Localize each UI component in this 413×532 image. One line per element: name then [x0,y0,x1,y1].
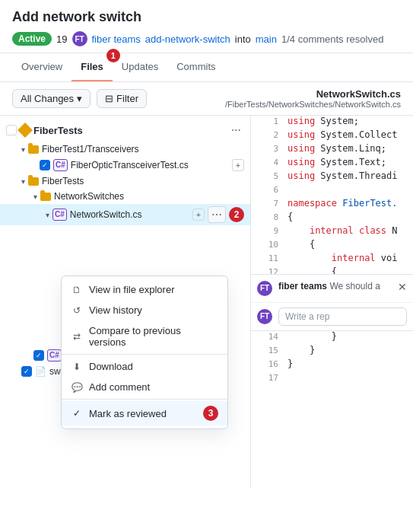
file-path: /FiberTests/NetworkSwitches/NetworkSwitc… [225,100,401,109]
menu-item-file-explorer[interactable]: 🗋 View in file explorer [62,279,227,300]
comment-section: FT fiber teams We should a ✕ FT Write a … [251,274,413,330]
download-icon: ⬇ [71,362,83,372]
toolbar: All Changes ▾ ⊟ Filter NetworkSwitch.cs … [0,82,413,116]
add-button[interactable]: + [232,159,244,171]
chevron-icon: ▾ [21,177,25,186]
menu-item-add-comment[interactable]: 💬 Add comment [62,377,227,397]
chevron-icon: ▾ [21,145,25,154]
context-menu: 🗋 View in file explorer ↺ View history ⇄… [61,276,228,429]
item-label: FiberTest1/Transceivers [42,144,244,155]
filter-icon: ⊟ [105,93,113,104]
comment-header: FT fiber teams We should a ✕ [251,275,413,302]
csharp-icon: C# [47,349,62,362]
reply-box: FT Write a rep [251,302,413,330]
file-checkbox[interactable] [40,160,50,170]
reply-input[interactable]: Write a rep [278,307,407,326]
divider [62,354,227,355]
folder-icon [40,193,51,201]
code-line: 9 internal class N [251,225,413,239]
add-button[interactable]: + [192,209,205,221]
chevron-icon: ▾ [46,211,49,219]
root-more-button[interactable]: ··· [228,122,244,139]
item-label: FiberTests [42,176,244,186]
file-explorer-icon: 🗋 [71,285,83,295]
file-checkbox[interactable] [33,350,44,361]
tab-commits[interactable]: Commits [167,53,224,81]
list-item[interactable]: C# FiberOpticTransceiverTest.cs + [0,157,250,174]
tab-files[interactable]: Files 1 [71,53,113,81]
code-line: 17 [251,372,413,386]
badge-3: 3 [203,406,218,421]
reply-avatar: FT [257,309,272,324]
code-line: 14 } [251,331,413,345]
code-line: 8{ [251,212,413,225]
header: Add network switch Active 19 FT fiber te… [0,0,413,53]
file-tree: FiberTests ··· ▾ FiberTest1/Transceivers… [0,116,251,489]
comment-icon: 💬 [71,382,83,393]
tab-updates[interactable]: Updates [113,53,167,81]
close-icon[interactable]: ✕ [398,281,407,293]
list-item[interactable]: ▾ FiberTest1/Transceivers [0,142,250,157]
file-checkbox[interactable] [21,366,32,377]
meta-row: Active 19 FT fiber teams add-network-swi… [12,31,401,46]
list-item[interactable]: ▾ C# NetworkSwitch.cs + ⋯ 2 [0,204,250,225]
menu-item-mark-reviewed[interactable]: ✓ Mark as reviewed 3 [62,401,227,425]
code-area-bottom[interactable]: 14 } 15 } 16} 17 [251,330,413,489]
compare-icon: ⇄ [71,331,83,342]
target-link[interactable]: main [256,33,277,45]
file-name: NetworkSwitch.cs [225,88,401,100]
commit-count: 19 [56,33,67,45]
more-dots-button[interactable]: ⋯ [208,206,226,223]
item-label: FiberOpticTransceiverTest.cs [71,160,229,170]
file-icon: 📄 [35,366,46,377]
menu-item-history[interactable]: ↺ View history [62,300,227,320]
list-item[interactable]: ▾ NetworkSwitches [0,189,250,204]
filter-button[interactable]: ⊟ Filter [97,89,147,108]
check-icon: ✓ [71,408,83,419]
code-line: 10 { [251,239,413,253]
divider [62,399,227,400]
root-checkbox[interactable] [6,125,17,135]
tab-overview[interactable]: Overview [12,53,71,81]
code-line: 12 { [251,266,413,274]
page-title: Add network switch [12,9,401,25]
code-area[interactable]: 1using System; 2using System.Collect 3us… [251,116,413,274]
csharp-icon: C# [53,159,68,171]
chevron-icon: ▾ [33,193,37,201]
list-item[interactable]: ▾ FiberTests [0,174,250,189]
avatar: FT [72,31,87,46]
menu-item-download[interactable]: ⬇ Download [62,356,227,377]
comment-avatar: FT [257,281,272,296]
active-badge: Active [12,32,52,46]
code-line: 11 internal voi [251,253,413,266]
chevron-down-icon: ▾ [77,93,82,104]
comments-resolved: 1/4 comments resolved [281,33,383,45]
comment-author: fiber teams [278,281,327,291]
item-label: NetworkSwitches [54,191,244,202]
root-group-header: FiberTests ··· [0,119,250,142]
tabs-bar: Overview Files 1 Updates Commits [0,53,413,82]
main-content: FiberTests ··· ▾ FiberTest1/Transceivers… [0,116,413,489]
author-link[interactable]: fiber teams [92,33,141,45]
badge-2: 2 [229,207,244,222]
code-line: 15 } [251,345,413,358]
item-label: NetworkSwitch.cs [70,209,189,220]
comment-body: fiber teams We should a [278,281,392,291]
diamond-icon [17,123,33,138]
code-line: 1using System; [251,116,413,129]
history-icon: ↺ [71,305,83,316]
branch-link[interactable]: add-network-switch [145,33,230,45]
code-line: 6 [251,184,413,198]
folder-icon [28,177,39,186]
code-line: 5using System.Threadi [251,170,413,184]
csharp-icon: C# [52,209,67,221]
code-line: 2using System.Collect [251,129,413,143]
code-line: 4using System.Text; [251,157,413,170]
code-line: 7namespace FiberTest. [251,198,413,212]
folder-icon [28,145,39,154]
into-text: into [235,33,251,45]
all-changes-dropdown[interactable]: All Changes ▾ [12,89,91,108]
menu-item-compare[interactable]: ⇄ Compare to previous versions [62,320,227,352]
code-line: 16} [251,358,413,372]
code-line: 3using System.Linq; [251,143,413,157]
